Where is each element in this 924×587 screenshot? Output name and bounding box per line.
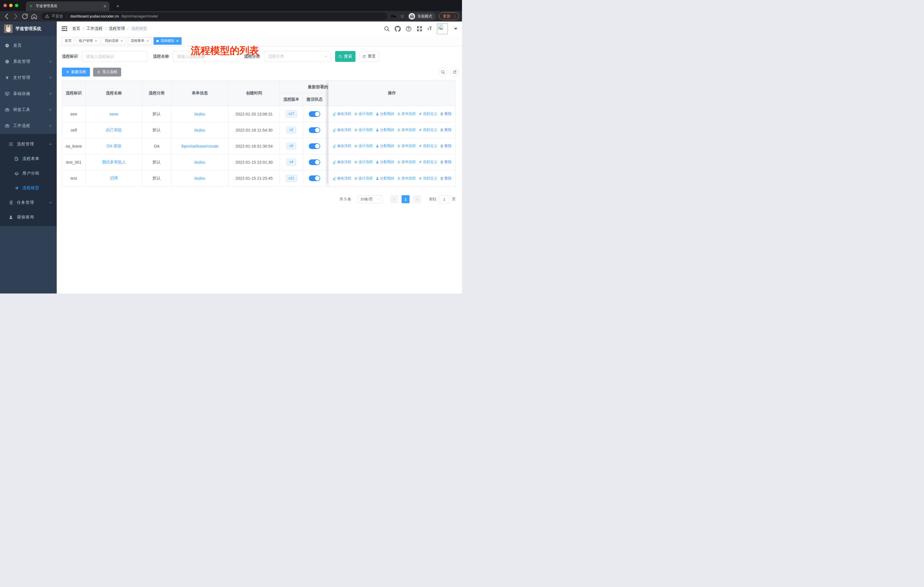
key-icon[interactable]	[391, 13, 397, 19]
search-icon[interactable]	[384, 26, 390, 32]
address-bar[interactable]: 不安全 dashboard.yudao.iocoder.cn/bpm/manag…	[41, 12, 387, 20]
maximize-window-button[interactable]	[15, 4, 18, 7]
collapse-sidebar-icon[interactable]	[61, 25, 68, 32]
form-link[interactable]: /bpm/oa/leave/create	[181, 144, 219, 149]
op-流程定义-link[interactable]: 流程定义	[419, 160, 437, 165]
op-修改流程-link[interactable]: 修改流程	[333, 127, 351, 132]
sidebar-item-用户分组[interactable]: 用户分组	[0, 166, 57, 180]
op-删除-link[interactable]: 删除	[440, 160, 452, 165]
form-link[interactable]: biubiu	[195, 176, 205, 180]
op-设计流程-link[interactable]: 设计流程	[354, 127, 373, 132]
op-发布流程-link[interactable]: 发布流程	[397, 127, 416, 132]
op-发布流程-link[interactable]: 发布流程	[397, 160, 416, 165]
activation-toggle[interactable]	[309, 143, 320, 149]
tag-close-icon[interactable]: ✕	[146, 39, 149, 43]
activation-toggle[interactable]	[309, 159, 320, 165]
next-page-button[interactable]: ›	[413, 195, 421, 203]
process-name-link[interactable]: 自己审批	[106, 127, 122, 133]
bookmark-star-icon[interactable]: ☆	[400, 13, 404, 19]
browser-menu-icon[interactable]: ⋮	[453, 15, 457, 18]
security-label[interactable]: 不安全	[51, 14, 63, 19]
breadcrumb-item[interactable]: 首页	[72, 26, 80, 31]
tag-首页[interactable]: 首页	[62, 37, 74, 45]
create-process-button[interactable]: 新建流程	[62, 68, 90, 76]
sidebar-item-流程管理[interactable]: 流程管理	[0, 137, 57, 151]
github-icon[interactable]	[395, 26, 401, 32]
avatar[interactable]	[437, 23, 448, 35]
op-流程定义-link[interactable]: 流程定义	[419, 127, 437, 132]
op-分配规则-link[interactable]: 分配规则	[376, 160, 394, 165]
goto-page-input[interactable]	[439, 195, 450, 203]
page-size-select[interactable]: 10条/页	[358, 195, 383, 203]
op-修改流程-link[interactable]: 修改流程	[333, 160, 351, 165]
process-name-link[interactable]: OA 请假	[107, 144, 121, 149]
op-删除-link[interactable]: 删除	[440, 127, 452, 132]
op-设计流程-link[interactable]: 设计流程	[354, 111, 373, 116]
window-controls[interactable]	[3, 4, 18, 7]
sidebar-item-研发工具[interactable]: 研发工具	[0, 102, 57, 118]
form-link[interactable]: biubiu	[195, 112, 205, 116]
process-category-select[interactable]: 流程分类	[264, 51, 331, 62]
avatar-caret-icon[interactable]	[454, 28, 457, 30]
reset-button[interactable]: 重置	[359, 51, 379, 62]
tag-close-icon[interactable]: ✕	[94, 39, 97, 43]
tag-close-icon[interactable]: ✕	[120, 39, 123, 43]
op-流程定义-link[interactable]: 流程定义	[419, 111, 437, 116]
op-设计流程-link[interactable]: 设计流程	[354, 144, 373, 149]
op-分配规则-link[interactable]: 分配规则	[376, 111, 394, 116]
close-window-button[interactable]	[3, 4, 7, 7]
op-发布流程-link[interactable]: 发布流程	[397, 111, 416, 116]
op-删除-link[interactable]: 删除	[440, 144, 452, 149]
process-name-link[interactable]: 测试多审批人	[102, 160, 126, 165]
new-tab-button[interactable]: +	[114, 3, 121, 10]
show-search-button[interactable]	[438, 67, 447, 76]
sidebar-item-任务管理[interactable]: 任务管理	[0, 195, 57, 210]
back-icon[interactable]	[3, 13, 10, 20]
sidebar-item-首页[interactable]: 首页	[0, 38, 57, 54]
browser-tab[interactable]: 芋道管理系统 ✕	[26, 2, 109, 11]
sidebar-item-基础设施[interactable]: 基础设施	[0, 86, 57, 102]
sidebar-item-支付管理[interactable]: ¥支付管理	[0, 69, 57, 86]
op-修改流程-link[interactable]: 修改流程	[333, 111, 351, 116]
op-流程定义-link[interactable]: 流程定义	[419, 144, 437, 149]
import-process-button[interactable]: 导入流程	[93, 68, 121, 76]
sidebar-item-流程模型[interactable]: 流程模型	[0, 180, 57, 195]
reload-icon[interactable]	[21, 13, 29, 20]
op-设计流程-link[interactable]: 设计流程	[354, 176, 373, 181]
minimize-window-button[interactable]	[9, 4, 13, 7]
op-修改流程-link[interactable]: 修改流程	[333, 144, 351, 149]
op-删除-link[interactable]: 删除	[440, 176, 452, 181]
op-流程定义-link[interactable]: 流程定义	[419, 176, 437, 181]
fullscreen-icon[interactable]	[416, 26, 422, 32]
op-修改流程-link[interactable]: 修改流程	[333, 176, 351, 181]
tag-close-icon[interactable]: ✕	[176, 39, 179, 43]
update-button[interactable]: 更新 ⋮	[439, 12, 459, 20]
tag-租户管理[interactable]: 租户管理✕	[76, 37, 100, 45]
prev-page-button[interactable]: ‹	[390, 195, 398, 203]
form-link[interactable]: biubiu	[195, 128, 205, 132]
sidebar-item-流程表单[interactable]: 流程表单	[0, 151, 57, 166]
refresh-table-button[interactable]	[450, 67, 459, 76]
breadcrumb-item[interactable]: 工作流程	[86, 26, 102, 31]
font-size-icon[interactable]: TT	[427, 26, 432, 31]
op-分配规则-link[interactable]: 分配规则	[376, 144, 394, 149]
sidebar-logo[interactable]: 芋道管理系统	[0, 21, 57, 36]
op-分配规则-link[interactable]: 分配规则	[376, 127, 394, 132]
op-设计流程-link[interactable]: 设计流程	[354, 160, 373, 165]
tag-流程模型[interactable]: 流程模型✕	[153, 37, 182, 45]
sidebar-item-系统管理[interactable]: 系统管理	[0, 54, 57, 69]
tag-我的流程[interactable]: 我的流程✕	[102, 37, 126, 45]
process-name-link[interactable]: 滔博	[110, 176, 118, 181]
search-button[interactable]: 搜索	[335, 51, 355, 62]
sidebar-item-工作流程[interactable]: 工作流程	[0, 118, 57, 134]
current-page-button[interactable]: 1	[402, 195, 409, 203]
activation-toggle[interactable]	[309, 175, 320, 181]
tab-close-icon[interactable]: ✕	[103, 4, 107, 8]
op-删除-link[interactable]: 删除	[440, 111, 452, 116]
breadcrumb-item[interactable]: 流程管理	[109, 26, 125, 31]
process-name-link[interactable]: eeee	[109, 112, 118, 116]
activation-toggle[interactable]	[309, 111, 320, 117]
op-分配规则-link[interactable]: 分配规则	[376, 176, 394, 181]
tag-流程表单[interactable]: 流程表单✕	[128, 37, 152, 45]
help-icon[interactable]	[406, 26, 412, 32]
